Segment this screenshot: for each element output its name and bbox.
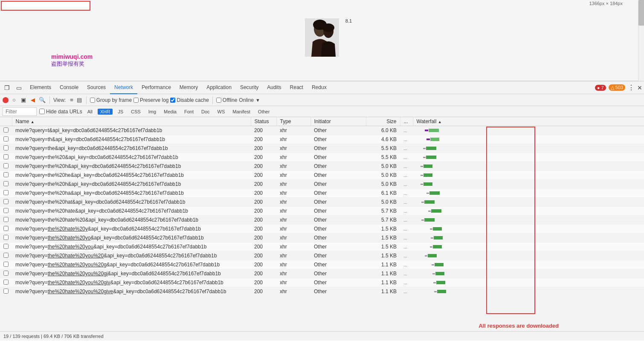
tab-security[interactable]: Security — [236, 81, 263, 94]
filter-tag-css[interactable]: CSS — [128, 109, 143, 115]
table-row[interactable]: movie?query=the%20hate%20y&api_key=dbc0a… — [0, 225, 644, 234]
row-checkbox[interactable] — [3, 127, 9, 133]
filter-icon[interactable]: ◀ — [29, 96, 37, 104]
row-more-button[interactable]: ... — [400, 269, 413, 278]
row-more-button[interactable]: ... — [400, 225, 413, 234]
row-checkbox[interactable] — [3, 163, 9, 168]
row-checkbox[interactable] — [3, 145, 9, 150]
row-name[interactable]: movie?query=t&api_key=dbc0a6d62448554c27… — [12, 126, 251, 135]
table-row[interactable]: movie?query=the%20h&api_key=dbc0a6d62448… — [0, 180, 644, 189]
row-name[interactable]: movie?query=the%20hate%20you%20giv&api_k… — [12, 278, 251, 287]
group-by-frame-checkbox[interactable] — [90, 98, 95, 103]
table-row[interactable]: movie?query=t&api_key=dbc0a6d62448554c27… — [0, 126, 644, 135]
tab-application[interactable]: Application — [202, 81, 236, 94]
row-more-button[interactable]: ... — [400, 278, 413, 287]
camera-button[interactable]: ▣ — [20, 96, 27, 104]
row-more-button[interactable]: ... — [400, 126, 413, 135]
row-more-button[interactable]: ... — [400, 234, 413, 242]
row-name[interactable]: movie?query=the%20hate%20&api_key=dbc0a6… — [12, 216, 251, 225]
disable-cache-checkbox[interactable] — [170, 98, 175, 103]
tab-audits[interactable]: Audits — [263, 81, 285, 94]
table-row[interactable]: movie?query=the&api_key=dbc0a6d62448554c… — [0, 144, 644, 153]
table-row[interactable]: movie?query=the%20hate%20you%20giv&api_k… — [0, 278, 644, 287]
filter-input[interactable] — [3, 107, 37, 116]
offline-checkbox[interactable] — [216, 98, 221, 103]
filter-tag-ws[interactable]: WS — [215, 109, 228, 115]
table-row[interactable]: movie?query=the%20hat&api_key=dbc0a6d624… — [0, 198, 644, 207]
row-checkbox[interactable] — [3, 136, 9, 141]
inspect-icon[interactable]: ❐ — [2, 83, 12, 93]
row-checkbox[interactable] — [3, 190, 9, 195]
table-row[interactable]: movie?query=the%20hate%20&api_key=dbc0a6… — [0, 216, 644, 225]
list-view-button[interactable]: ≡ — [69, 97, 74, 103]
row-more-button[interactable]: ... — [400, 180, 413, 189]
table-row[interactable]: movie?query=the%20hate%20you%20give&api_… — [0, 287, 644, 296]
search-button[interactable]: 🔍 — [38, 96, 46, 104]
row-more-button[interactable]: ... — [400, 189, 413, 198]
row-more-button[interactable]: ... — [400, 135, 413, 144]
tab-redux[interactable]: Redux — [307, 81, 331, 94]
row-name[interactable]: movie?query=the%20h&api_key=dbc0a6d62448… — [12, 180, 251, 189]
row-checkbox[interactable] — [3, 226, 9, 231]
group-by-frame-label[interactable]: Group by frame — [90, 97, 132, 103]
preserve-log-checkbox[interactable] — [133, 98, 139, 103]
more-options-icon[interactable]: ⋮ — [628, 84, 635, 92]
row-more-button[interactable]: ... — [400, 287, 413, 296]
table-row[interactable]: movie?query=th&api_key=dbc0a6d62448554c2… — [0, 135, 644, 144]
row-checkbox[interactable] — [3, 244, 9, 249]
row-checkbox[interactable] — [3, 262, 9, 267]
row-checkbox[interactable] — [3, 280, 9, 285]
row-name[interactable]: movie?query=the%20hate%20y&api_key=dbc0a… — [12, 225, 251, 234]
row-checkbox[interactable] — [3, 199, 9, 204]
row-name[interactable]: movie?query=the%20h&api_key=dbc0a6d62448… — [12, 162, 251, 171]
row-checkbox[interactable] — [3, 271, 9, 276]
row-name[interactable]: movie?query=the%20&api_key=dbc0a6d624485… — [12, 153, 251, 162]
offline-label[interactable]: Offline — [216, 97, 237, 103]
page-scrollbar[interactable] — [638, 0, 644, 81]
row-name[interactable]: movie?query=the%20hate%20you%20gi&api_ke… — [12, 269, 251, 278]
col-header-size[interactable]: Size — [366, 117, 400, 126]
row-name[interactable]: movie?query=the%20he&api_key=dbc0a6d6244… — [12, 171, 251, 180]
row-more-button[interactable]: ... — [400, 216, 413, 225]
row-checkbox[interactable] — [3, 253, 9, 258]
row-checkbox[interactable] — [3, 154, 9, 159]
table-row[interactable]: movie?query=the%20hate&api_key=dbc0a6d62… — [0, 207, 644, 216]
row-more-button[interactable]: ... — [400, 162, 413, 171]
throttle-arrow-icon[interactable]: ▼ — [255, 98, 260, 103]
row-name[interactable]: movie?query=the%20hate%20yo&api_key=dbc0… — [12, 234, 251, 242]
table-row[interactable]: movie?query=the%20hate%20you%20&api_key=… — [0, 251, 644, 260]
row-name[interactable]: movie?query=the&api_key=dbc0a6d62448554c… — [12, 144, 251, 153]
filter-tag-xhr[interactable]: XHR — [98, 109, 113, 115]
filter-tag-other[interactable]: Other — [255, 109, 273, 115]
table-row[interactable]: movie?query=the%20h&api_key=dbc0a6d62448… — [0, 162, 644, 171]
search-input[interactable]: the hate you give — [1, 1, 90, 11]
row-more-button[interactable]: ... — [400, 260, 413, 269]
tab-sources[interactable]: Sources — [83, 81, 110, 94]
filter-tag-doc[interactable]: Doc — [199, 109, 212, 115]
row-name[interactable]: movie?query=the%20hate%20you&api_key=dbc… — [12, 242, 251, 251]
filter-tag-img[interactable]: Img — [146, 109, 159, 115]
table-row[interactable]: movie?query=the%20he&api_key=dbc0a6d6244… — [0, 171, 644, 180]
hide-data-urls-checkbox[interactable] — [39, 109, 45, 114]
row-name[interactable]: movie?query=the%20hat&api_key=dbc0a6d624… — [12, 198, 251, 207]
col-header-status[interactable]: Status — [251, 117, 276, 126]
table-row[interactable]: movie?query=the%20&api_key=dbc0a6d624485… — [0, 153, 644, 162]
group-view-button[interactable]: ▤ — [76, 97, 83, 103]
row-name[interactable]: movie?query=the%20hate%20you%20give&api_… — [12, 287, 251, 296]
row-more-button[interactable]: ... — [400, 207, 413, 216]
row-checkbox[interactable] — [3, 208, 9, 213]
row-more-button[interactable]: ... — [400, 251, 413, 260]
row-name[interactable]: movie?query=the%20ha&api_key=dbc0a6d6244… — [12, 189, 251, 198]
row-more-button[interactable]: ... — [400, 198, 413, 207]
tab-console[interactable]: Console — [55, 81, 83, 94]
row-checkbox[interactable] — [3, 289, 9, 294]
disable-cache-label[interactable]: Disable cache — [170, 97, 209, 103]
col-header-name[interactable]: Name ▲ — [12, 117, 251, 126]
row-name[interactable]: movie?query=the%20hate%20you%20g&api_key… — [12, 260, 251, 269]
table-row[interactable]: movie?query=the%20hate%20you&api_key=dbc… — [0, 242, 644, 251]
row-name[interactable]: movie?query=the%20hate%20you%20&api_key=… — [12, 251, 251, 260]
row-name[interactable]: movie?query=the%20hate&api_key=dbc0a6d62… — [12, 207, 251, 216]
preserve-log-label[interactable]: Preserve log — [133, 97, 168, 103]
row-name[interactable]: movie?query=th&api_key=dbc0a6d62448554c2… — [12, 135, 251, 144]
tab-network[interactable]: Network — [110, 81, 137, 94]
